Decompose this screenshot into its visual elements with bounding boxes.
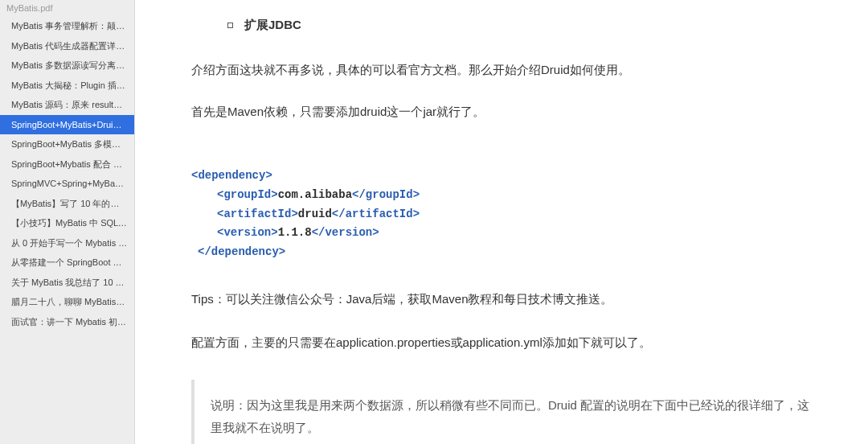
- sidebar-item[interactable]: SpringBoot+MyBatis+Drui…: [0, 115, 134, 135]
- tips-paragraph: Tips：可以关注微信公众号：Java后端，获取Maven教程和每日技术博文推送…: [191, 290, 836, 309]
- tag-groupid-close: </groupId>: [352, 188, 420, 201]
- sidebar-item[interactable]: SpringBoot+Mybatis 配合 A…: [0, 154, 134, 175]
- sidebar-item[interactable]: MyBatis 事务管理解析：颠…: [0, 16, 134, 36]
- val-version: 1.1.8: [278, 226, 312, 239]
- sidebar-item[interactable]: MyBatis 源码：原来 resultM…: [0, 95, 134, 115]
- sidebar-title: MyBatis.pdf: [0, 0, 134, 16]
- app-root: MyBatis.pdf MyBatis 事务管理解析：颠…MyBatis 代码生…: [0, 0, 868, 444]
- code-line: </dependency>: [191, 243, 836, 262]
- sidebar-item[interactable]: 【MyBatis】写了 10 年的代…: [0, 194, 134, 214]
- paragraph-maven: 首先是Maven依赖，只需要添加druid这一个jar就行了。: [191, 102, 836, 121]
- code-line: <dependency>: [191, 166, 836, 186]
- tag-groupid-open: <groupId>: [217, 188, 278, 201]
- val-groupid: com.alibaba: [278, 188, 352, 201]
- sidebar-item[interactable]: 腊月二十八，聊聊 MyBatis…: [0, 292, 134, 312]
- sidebar-item[interactable]: SpringMVC+Spring+MyBa…: [0, 174, 134, 194]
- sidebar-item[interactable]: MyBatis 多数据源读写分离…: [0, 56, 134, 76]
- content-area: 扩展JDBC 介绍方面这块就不再多说，具体的可以看官方文档。那么开始介绍Drui…: [135, 0, 868, 444]
- tag-version-open: <version>: [217, 226, 278, 239]
- sidebar-item[interactable]: 【小技巧】MyBatis 中 SQL …: [0, 213, 134, 233]
- square-bullet-icon: [227, 23, 233, 28]
- code-block: <dependency> <groupId>com.alibaba</group…: [191, 166, 836, 262]
- bullet-text: 扩展JDBC: [244, 18, 301, 33]
- code-region: <dependency> <groupId>com.alibaba</group…: [191, 166, 836, 262]
- callout-note: 说明：因为这里我是用来两个数据源，所以稍微有些不同而已。Druid 配置的说明在…: [191, 380, 836, 444]
- sidebar-item[interactable]: 关于 MyBatis 我总结了 10 种…: [0, 273, 134, 293]
- tag-dependency-close: </dependency>: [198, 245, 285, 258]
- sidebar-item[interactable]: 从零搭建一个 SpringBoot …: [0, 253, 134, 273]
- sidebar-item[interactable]: 面试官：讲一下 Mybatis 初…: [0, 312, 134, 332]
- sidebar-item[interactable]: 从 0 开始手写一个 Mybatis …: [0, 233, 134, 253]
- sidebar-item[interactable]: MyBatis 大揭秘：Plugin 插…: [0, 76, 134, 96]
- sidebar-item[interactable]: MyBatis 代码生成器配置详…: [0, 36, 134, 56]
- sidebar: MyBatis.pdf MyBatis 事务管理解析：颠…MyBatis 代码生…: [0, 0, 135, 444]
- bullet-row: 扩展JDBC: [227, 18, 836, 33]
- code-line: <groupId>com.alibaba</groupId>: [191, 186, 836, 205]
- val-artifactid: druid: [298, 208, 332, 220]
- sidebar-item[interactable]: SpringBoot+MyBatis 多模…: [0, 134, 134, 154]
- paragraph-config: 配置方面，主要的只需要在application.properties或appli…: [191, 333, 836, 352]
- paragraph-intro: 介绍方面这块就不再多说，具体的可以看官方文档。那么开始介绍Druid如何使用。: [191, 60, 836, 80]
- sidebar-items: MyBatis 事务管理解析：颠…MyBatis 代码生成器配置详…MyBati…: [0, 16, 134, 331]
- tag-artifactid-open: <artifactId>: [217, 208, 298, 220]
- tag-dependency-open: <dependency>: [191, 169, 272, 182]
- tag-version-close: </version>: [312, 226, 379, 239]
- code-line: <version>1.1.8</version>: [191, 224, 836, 243]
- tag-artifactid-close: </artifactId>: [332, 208, 420, 220]
- code-line: <artifactId>druid</artifactId>: [191, 205, 836, 224]
